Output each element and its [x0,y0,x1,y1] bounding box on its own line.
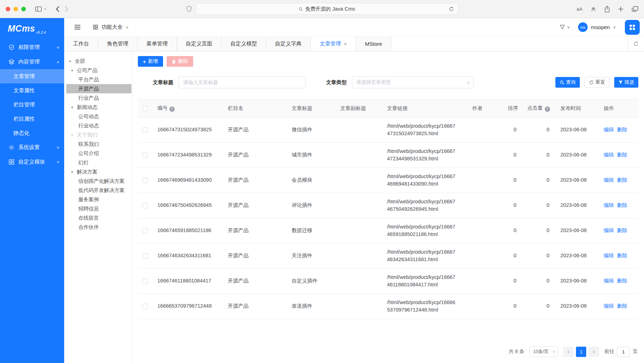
type-filter-select[interactable]: 请选择文章类型 ∨ [352,76,474,88]
tab-mstore[interactable]: MStore [356,37,391,51]
delete-link[interactable]: 删除 [617,202,627,208]
row-checkbox[interactable] [142,279,148,284]
tree-node-company-news[interactable]: 公司动态 [66,112,131,121]
expand-arrow-icon[interactable]: ▾ [71,133,77,137]
tree-node-contact-us[interactable]: 联系我们 [66,139,131,149]
tab-articles[interactable]: 文章管理× [311,37,356,51]
tab-custom-pages[interactable]: 自定义页面 [177,37,222,51]
delete-link[interactable]: 删除 [617,253,627,258]
expand-arrow-icon[interactable]: ▾ [71,105,77,109]
delete-button[interactable]: 删除 [167,56,193,67]
tab-roles[interactable]: 角色管理 [98,37,138,51]
next-page-button[interactable]: › [589,347,599,357]
tree-node-company-intro[interactable]: 公司介绍 [66,149,131,158]
tab-custom-models[interactable]: 自定义模型 [222,37,266,51]
close-window-button[interactable] [6,7,10,11]
refresh-tab-button[interactable] [628,37,644,51]
edit-link[interactable]: 编辑 [604,253,614,258]
lock-screen-button[interactable] [625,20,640,35]
tree-node-news[interactable]: ▾新闻动态 [66,103,131,112]
forward-icon[interactable] [65,6,68,12]
delete-link[interactable]: 删除 [617,227,627,233]
row-checkbox[interactable] [142,253,148,259]
new-tab-icon[interactable] [618,6,623,12]
tree-node-company-products[interactable]: ▾公司产品 [66,66,131,75]
tab-workbench[interactable]: 工作台 [64,37,98,51]
text-size-icon[interactable]: aA [577,6,583,12]
row-checkbox[interactable] [142,203,148,208]
tree-node-service-cases[interactable]: 服务案例 [66,195,131,204]
function-menu-trigger[interactable]: 功能大全 ∨ [93,24,128,31]
user-menu-trigger[interactable]: ms msopen ∨ [578,22,616,32]
edit-link[interactable]: 编辑 [604,177,614,183]
menu-collapse-icon[interactable] [74,24,81,30]
expand-arrow-icon[interactable]: ▾ [71,170,77,174]
delete-link[interactable]: 删除 [617,152,627,158]
zoom-window-button[interactable] [21,7,26,11]
sidebar-item-article-attrs[interactable]: 文章属性 [0,83,64,98]
search-button[interactable]: 查询 [555,77,580,88]
select-all-checkbox[interactable] [142,106,148,111]
delete-link[interactable]: 删除 [617,278,627,284]
chevron-down-icon[interactable]: ∨ [44,7,46,11]
tree-node-about-us[interactable]: ▾关于我们 [66,130,131,139]
edit-link[interactable]: 编辑 [604,127,614,132]
tree-node-industry-products[interactable]: 行业产品 [66,93,131,103]
title-filter-input[interactable] [179,76,306,88]
address-bar[interactable]: 免费开源的 Java Cms [196,3,458,15]
share-icon[interactable] [604,6,610,12]
delete-link[interactable]: 删除 [617,127,627,132]
edit-link[interactable]: 编辑 [604,227,614,233]
edit-link[interactable]: 编辑 [604,202,614,208]
sidebar-item-articles[interactable]: 文章管理 [0,69,64,83]
goto-page-input[interactable] [617,347,630,357]
sidebar-item-system-settings[interactable]: 系统设置∨ [0,140,64,155]
tab-menus[interactable]: 菜单管理 [138,37,177,51]
sidebar-toggle-icon[interactable] [35,6,42,12]
reload-icon[interactable] [449,6,454,11]
tab-overview-icon[interactable] [632,6,638,12]
sidebar-item-content[interactable]: 内容管理∧ [0,55,64,69]
page-size-select[interactable]: 10条/页 ∨ [530,346,558,357]
add-button[interactable]: + 新增 [138,56,163,67]
expand-arrow-icon[interactable]: ▾ [69,59,75,63]
tree-node-partners[interactable]: 合作伙伴 [66,222,131,232]
tab-close-icon[interactable]: × [344,41,347,46]
row-checkbox[interactable] [142,153,148,158]
tree-node-all[interactable]: ▾全部 [66,56,131,66]
sidebar-item-permissions[interactable]: 权限管理∨ [0,40,64,55]
sidebar-item-categories[interactable]: 栏目管理 [0,98,64,112]
tree-node-slides[interactable]: 幻灯 [66,158,131,167]
tree-node-xinchuang-solution[interactable]: 信创国产化解决方案 [66,176,131,186]
tree-node-opensource-products[interactable]: 开源产品 [66,84,131,93]
filter-button[interactable]: 筛选 [614,77,638,88]
tree-node-recruitment[interactable]: 招聘信息 [66,204,131,213]
back-icon[interactable] [56,6,60,12]
row-checkbox[interactable] [142,178,148,183]
row-checkbox[interactable] [142,228,148,233]
edit-link[interactable]: 编辑 [604,303,614,309]
prev-page-button[interactable]: ‹ [563,347,573,357]
sidebar-item-static-gen[interactable]: 静态化 [0,126,64,140]
minimize-window-button[interactable] [13,7,18,11]
sidebar-item-category-attrs[interactable]: 栏目属性 [0,112,64,126]
tree-node-online-messages[interactable]: 在线留言 [66,213,131,222]
edit-link[interactable]: 编辑 [604,152,614,158]
row-checkbox[interactable] [142,127,148,133]
theme-filter-trigger[interactable]: ∨ [560,24,570,30]
delete-link[interactable]: 删除 [617,177,627,183]
translate-icon[interactable] [591,6,596,12]
sidebar-item-custom-modules[interactable]: 自定义模块∨ [0,155,64,169]
tab-custom-dicts[interactable]: 自定义字典 [266,37,311,51]
tree-node-industry-news[interactable]: 行业动态 [66,121,131,130]
page-1-button[interactable]: 1 [576,347,586,357]
tree-node-solutions[interactable]: ▾解决方案 [66,167,131,176]
delete-link[interactable]: 删除 [617,303,627,309]
tree-node-platform-products[interactable]: 平台产品 [66,75,131,84]
edit-link[interactable]: 编辑 [604,278,614,284]
row-checkbox[interactable] [142,304,148,309]
expand-arrow-icon[interactable]: ▾ [71,68,77,72]
tree-node-lowcode-solution[interactable]: 低代码开发解决方案 [66,186,131,195]
reset-button[interactable]: 重置 [584,77,610,88]
privacy-shield-icon[interactable] [186,6,192,12]
